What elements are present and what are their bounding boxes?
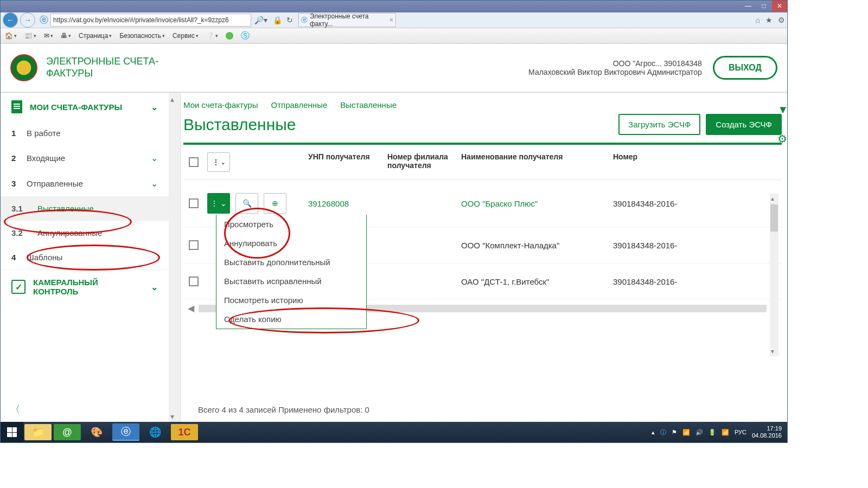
bulk-actions-dropdown[interactable]: ⋮ ⌄ [207, 152, 230, 172]
back-button[interactable]: ← [3, 12, 18, 28]
row-checkbox[interactable] [189, 277, 199, 286]
left-scroll-strip[interactable]: ▴ ▾ [169, 93, 181, 422]
maximize-button[interactable]: □ [756, 1, 771, 11]
page-menu[interactable]: Страница▾ [79, 32, 112, 40]
address-bar: ← → ⓔ https://vat.gov.by/eInvoice/#/priv… [1, 12, 787, 28]
refresh-icon[interactable]: ↻ [286, 16, 293, 24]
col-name[interactable]: Наименование получателя [461, 152, 613, 172]
collapse-sidebar-icon[interactable]: 〈 [10, 403, 24, 416]
row-actions-dropdown[interactable]: ⋮ ⌄ [207, 193, 230, 214]
cell-num: 390184348-2016- [613, 241, 700, 250]
taskbar-paint-icon[interactable]: 🎨 [83, 424, 110, 440]
table-vscroll[interactable]: ▴ ▾ [770, 194, 778, 356]
taskbar: 📁 @ 🎨 ⓔ 🌐 1С ▴ ⓘ ⚑ 📶 🔊 🔋 📶 РУС 17:1904.0… [1, 422, 787, 442]
print-tool-icon[interactable]: 🖶▾ [61, 32, 71, 40]
ie-page-icon: ⓔ [40, 15, 48, 26]
tray-clock[interactable]: 17:1904.08.2016 [752, 425, 782, 439]
cell-num: 390184348-2016- [613, 199, 700, 208]
ie-toolbar: 🏠▾ 📰▾ ✉▾ 🖶▾ Страница▾ Безопасность▾ Серв… [1, 28, 787, 44]
tray-volume-icon[interactable]: 🔊 [695, 429, 703, 436]
sidebar-group-control[interactable]: ✓ КАМЕРАЛЬНЫЙКОНТРОЛЬ ⌄ [1, 269, 169, 304]
taskbar-ie-icon[interactable]: ⓔ [112, 423, 139, 441]
create-esf-button[interactable]: Создать ЭСЧФ [706, 114, 782, 135]
menu-copy[interactable]: Сделать копию [216, 310, 366, 329]
tray-flag-icon[interactable]: ⚑ [672, 429, 677, 436]
minimize-button[interactable]: — [741, 1, 756, 11]
breadcrumb-1[interactable]: Мои счета-фактуры [183, 100, 258, 110]
sidebar-item-cancelled[interactable]: 3.2 Аннулированные [1, 221, 169, 245]
filter-icon[interactable]: ▼ [777, 104, 787, 116]
sidebar-item-incoming[interactable]: 2Входящие ⌄ [1, 145, 169, 171]
skype-icon[interactable]: Ⓢ [241, 30, 250, 42]
window-titlebar: — □ ✕ [1, 1, 787, 12]
sidebar-item-issued[interactable]: 3.1 Выставленные [1, 196, 169, 221]
menu-cancel[interactable]: Аннулировать [216, 234, 366, 253]
plugin-icon-1[interactable] [226, 32, 233, 40]
home-icon[interactable]: ⌂ [756, 16, 760, 24]
sidebar: МОИ СЧЕТА-ФАКТУРЫ ⌄ 1В работе 2Входящие … [1, 93, 169, 422]
browser-tab[interactable]: ⓔ Электронные счета факту... × [298, 13, 396, 27]
search-icon[interactable]: 🔎▾ [254, 16, 267, 24]
cell-unp[interactable]: 391268008 [308, 199, 387, 208]
feed-tool-icon[interactable]: 📰▾ [24, 32, 36, 40]
home-tool-icon[interactable]: 🏠▾ [5, 32, 17, 40]
menu-history[interactable]: Посмотреть историю [216, 291, 366, 310]
sidebar-item-templates[interactable]: 4Шаблоны [1, 245, 169, 269]
tray-info-icon[interactable]: ⓘ [660, 428, 666, 436]
help-tool-icon[interactable]: ❔▾ [206, 32, 218, 40]
menu-issue-corrected[interactable]: Выставить исправленный [216, 272, 366, 291]
close-tab-icon[interactable]: × [390, 16, 393, 24]
row-checkbox[interactable] [189, 198, 199, 208]
row-checkbox[interactable] [189, 240, 199, 250]
col-branch[interactable]: Номер филиала получателя [387, 152, 461, 172]
taskbar-1c-icon[interactable]: 1С [171, 424, 198, 440]
sidebar-group-invoices[interactable]: МОИ СЧЕТА-ФАКТУРЫ ⌄ [1, 93, 169, 121]
tray-chevron-up-icon[interactable]: ▴ [652, 429, 655, 436]
sidebar-item-draft[interactable]: 1В работе [1, 121, 169, 145]
sidebar-item-sent[interactable]: 3Отправленные ⌄ [1, 171, 169, 196]
col-unp[interactable]: УНП получателя [308, 152, 387, 172]
cell-name: ООО "Комплект-Наладка" [461, 241, 613, 250]
tools-icon[interactable]: ⚙ [778, 16, 785, 24]
select-all-checkbox[interactable] [189, 157, 199, 167]
tray-lang[interactable]: РУС [735, 429, 746, 435]
page-title: Выставленные [183, 115, 296, 134]
security-menu[interactable]: Безопасность▾ [119, 32, 165, 40]
scroll-thumb[interactable] [770, 204, 778, 232]
menu-view[interactable]: Просмотреть [216, 215, 366, 234]
logout-button[interactable]: ВЫХОД [713, 56, 777, 80]
taskbar-app-icon[interactable]: @ [54, 424, 81, 440]
taskbar-chrome-icon[interactable]: 🌐 [142, 424, 169, 440]
table-row: ⋮ ⌄ 🔍 ⊕ 391268008 ООО "Браско Плюс" 3901… [183, 180, 782, 227]
cell-num: 390184348-2016- [613, 277, 700, 286]
add-icon[interactable]: ⊕ [264, 193, 286, 214]
cell-name: ОАО "ДСТ-1, г.Витебск" [461, 277, 613, 286]
scroll-left-icon[interactable]: ◀ [183, 303, 199, 313]
chevron-down-icon: ⌄ [151, 282, 158, 292]
col-num[interactable]: Номер [613, 152, 700, 172]
start-button[interactable] [1, 422, 23, 442]
close-button[interactable]: ✕ [772, 1, 787, 11]
url-field[interactable]: https://vat.gov.by/eInvoice/#/private/in… [50, 14, 251, 27]
breadcrumb-3[interactable]: Выставленные [340, 100, 397, 110]
load-esf-button[interactable]: Загрузить ЭСЧФ [618, 114, 700, 135]
cell-name[interactable]: ООО "Браско Плюс" [461, 199, 613, 208]
app-title: ЭЛЕКТРОННЫЕ СЧЕТА- ФАКТУРЫ [46, 56, 158, 79]
company-label: ООО "Агрос... 390184348 [528, 59, 702, 68]
forward-button[interactable]: → [20, 12, 35, 28]
breadcrumb: Мои счета-фактуры Отправленные Выставлен… [183, 93, 782, 112]
menu-issue-additional[interactable]: Выставить дополнительный [216, 253, 366, 272]
breadcrumb-2[interactable]: Отправленные [271, 100, 328, 110]
service-menu[interactable]: Сервис▾ [173, 32, 199, 40]
tray-network-icon[interactable]: 📶 [682, 429, 690, 436]
mail-tool-icon[interactable]: ✉▾ [44, 32, 53, 40]
tray-battery-icon[interactable]: 🔋 [709, 429, 716, 436]
favorites-icon[interactable]: ★ [765, 16, 773, 24]
tray-signal-icon[interactable]: 📶 [722, 429, 729, 436]
windows-icon [7, 427, 17, 437]
app-logo [10, 54, 37, 81]
view-icon[interactable]: 🔍 [235, 193, 258, 214]
chevron-down-icon: ⌄ [151, 178, 158, 189]
taskbar-explorer-icon[interactable]: 📁 [24, 424, 52, 440]
scroll-up-icon[interactable]: ▴ [170, 95, 174, 104]
